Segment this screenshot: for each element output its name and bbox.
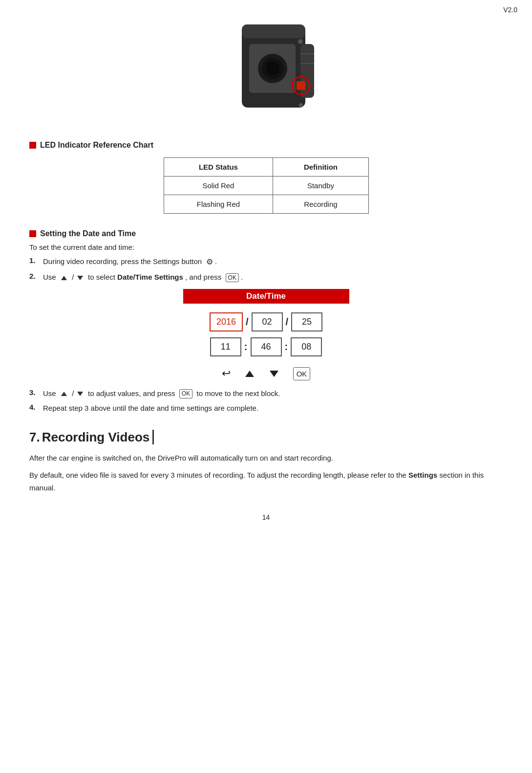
version-label: V2.0 [503,6,517,14]
down-arrow-2 [77,392,83,396]
down-arrow-icon [77,276,83,280]
hour-field[interactable]: 11 [210,337,241,356]
month-field[interactable]: 02 [252,312,283,331]
red-square-icon [29,142,36,149]
svg-point-7 [298,39,303,44]
datetime-time-row: 11 : 46 : 08 [210,337,322,356]
recording-para-1: After the car engine is switched on, the… [29,452,503,464]
date-time-section: Setting the Date and Time To set the cur… [29,229,503,414]
led-table-container: LED Status Definition Solid Red Standby … [29,157,503,214]
up-control-icon[interactable] [245,371,254,377]
led-definition-2: Recording [273,195,368,214]
svg-point-6 [266,62,279,75]
date-sep-1: / [246,316,249,328]
step-2-text: Use / to select Date/Time Settings , and… [43,272,243,283]
red-square-icon-2 [29,230,36,237]
bold-label: Date/Time Settings [117,273,183,281]
down-control-icon[interactable] [270,371,278,377]
svg-rect-1 [242,24,305,38]
cursor-line-icon [152,430,154,444]
up-arrow-icon [61,276,67,280]
camera-image-container [29,15,503,127]
svg-point-10 [299,103,303,107]
table-row: Flashing Red Recording [164,195,368,214]
step-2-num: 2. [29,272,40,280]
step-4: 4. Repeat step 3 above until the date an… [29,403,503,414]
datetime-ui: Date/Time 2016 / 02 / 25 11 : 46 : 08 ↩ … [29,289,503,380]
recording-section: 7. Recording Videos After the car engine… [29,430,503,494]
ok-badge-2: OK [179,389,192,398]
step-1-text: During video recording, press the Settin… [43,256,217,268]
up-arrow-2 [61,392,67,396]
date-time-title: Setting the Date and Time [40,229,136,238]
step-3-text: Use / to adjust values, and press OK to … [43,388,280,399]
back-icon[interactable]: ↩ [222,367,231,380]
year-field[interactable]: 2016 [210,312,243,331]
camera-image [215,15,318,127]
ok-badge: OK [226,273,239,283]
step-1-num: 1. [29,256,40,265]
led-section-header: LED Indicator Reference Chart [29,141,503,150]
led-table: LED Status Definition Solid Red Standby … [164,157,369,214]
svg-rect-9 [297,81,305,90]
recording-para-2: By default, one video file is saved for … [29,469,503,494]
recording-section-title-text: Recording Videos [42,430,150,445]
ok-control-badge[interactable]: OK [293,367,311,380]
datetime-date-row: 2016 / 02 / 25 [210,312,322,331]
table-row: Solid Red Standby [164,177,368,195]
datetime-controls: ↩ OK [222,367,311,380]
led-table-header-status: LED Status [164,158,273,177]
settings-bold: Settings [408,471,437,479]
second-field[interactable]: 08 [291,337,322,356]
time-sep-1: : [244,341,248,353]
step-4-text: Repeat step 3 above until the date and t… [43,403,258,414]
step-3: 3. Use / to adjust values, and press OK … [29,388,503,399]
led-definition-1: Standby [273,177,368,195]
time-sep-2: : [285,341,288,353]
intro-text: To set the current date and time: [29,243,503,251]
datetime-title-bar: Date/Time [183,289,349,304]
recording-section-number: 7. [29,430,40,445]
gear-icon: ⚙ [206,256,213,268]
recording-section-title: 7. Recording Videos [29,430,503,445]
step-1: 1. During video recording, press the Set… [29,256,503,268]
date-time-section-header: Setting the Date and Time [29,229,503,238]
step-3-num: 3. [29,388,40,397]
date-sep-2: / [286,316,289,328]
led-table-header-definition: Definition [273,158,368,177]
led-section-title: LED Indicator Reference Chart [40,141,153,150]
step-4-num: 4. [29,403,40,411]
led-status-1: Solid Red [164,177,273,195]
minute-field[interactable]: 46 [251,337,282,356]
page-number: 14 [29,513,503,521]
day-field[interactable]: 25 [291,312,322,331]
step-2: 2. Use / to select Date/Time Settings , … [29,272,503,283]
led-status-2: Flashing Red [164,195,273,214]
